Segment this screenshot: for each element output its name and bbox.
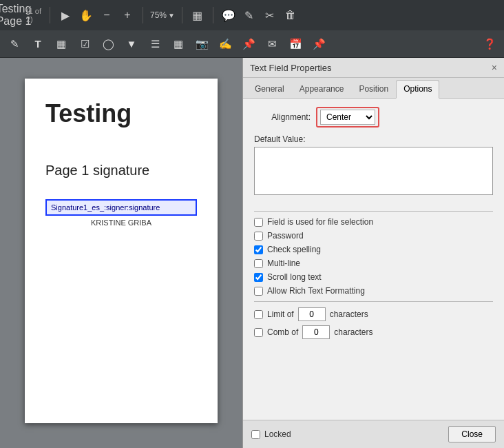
file-selection-checkbox[interactable]: [254, 218, 263, 227]
panel-title: Text Field Properties: [250, 63, 332, 73]
signature-icon[interactable]: ✍: [215, 34, 235, 54]
locked-row-inner: Locked: [251, 429, 291, 439]
alignment-select[interactable]: Left Center Right: [320, 110, 375, 125]
separator-4: [213, 7, 213, 23]
top-toolbar: Testing Page 1 (1 of 2) ▶ ✋ − + 75% ▼ ▦ …: [0, 0, 504, 30]
radio-icon[interactable]: ◯: [98, 34, 118, 54]
limit-of-checkbox[interactable]: [254, 310, 263, 319]
locked-checkbox[interactable]: [251, 430, 260, 439]
zoom-dropdown-icon[interactable]: ▼: [168, 12, 175, 19]
pdf-subtitle: Page 1 signature: [45, 163, 197, 179]
stamp-icon[interactable]: 📌: [238, 34, 259, 54]
rich-text-label: Allow Rich Text Formatting: [267, 286, 365, 296]
alignment-row: Alignment: Left Center Right: [254, 107, 493, 128]
comb-of-checkbox[interactable]: [254, 328, 263, 337]
check-spelling-checkbox[interactable]: [254, 245, 263, 254]
checkbox-check-spelling: Check spelling: [254, 245, 493, 254]
tab-general[interactable]: General: [247, 80, 292, 98]
multi-line-label: Multi-line: [267, 258, 300, 268]
sig-label: KRISTINE GRIBA: [45, 218, 197, 227]
zoom-out-icon[interactable]: −: [98, 7, 115, 23]
checkbox-password: Password: [254, 231, 493, 241]
panel-footer: Locked Close: [243, 420, 504, 448]
comb-of-label: Comb of: [267, 327, 298, 337]
multi-line-checkbox[interactable]: [254, 259, 263, 268]
listbox-icon[interactable]: ☰: [145, 34, 165, 54]
alignment-label: Alignment:: [254, 112, 316, 122]
comb-of-suffix: characters: [334, 327, 372, 337]
separator-1: [50, 7, 50, 23]
check-spelling-label: Check spelling: [267, 245, 321, 254]
annotate-icon[interactable]: ✂: [262, 7, 278, 23]
panel-close-x[interactable]: ×: [492, 62, 497, 73]
pin-icon[interactable]: 📌: [308, 34, 329, 54]
checkbox-multi-line: Multi-line: [254, 258, 493, 268]
default-value-label: Default Value:: [254, 134, 493, 144]
rich-text-checkbox[interactable]: [254, 287, 263, 296]
alignment-box: Left Center Right: [316, 107, 379, 128]
scroll-text-checkbox[interactable]: [254, 273, 263, 282]
divider-2: [254, 301, 493, 302]
pdf-area: Testing Page 1 signature Signature1_es_:…: [0, 58, 242, 448]
properties-panel: Text Field Properties × General Appearan…: [242, 58, 504, 448]
page-label: Testing Page 1: [6, 7, 22, 23]
scroll-text-label: Scroll long text: [267, 272, 322, 282]
zoom-in-icon[interactable]: +: [119, 7, 136, 23]
limit-of-suffix: characters: [330, 309, 368, 319]
limit-of-row: Limit of characters: [254, 307, 493, 321]
second-toolbar: ✎ T ▦ ☑ ◯ ▼ ☰ ▦ 📷 ✍ 📌 ✉ 📅 📌 ❓: [0, 30, 504, 58]
comb-of-row: Comb of characters: [254, 325, 493, 339]
checkbox-icon[interactable]: ☑: [74, 34, 95, 54]
pdf-page: Testing Page 1 signature Signature1_es_:…: [25, 79, 218, 423]
signature-field-container[interactable]: Signature1_es_:signer:signature KRISTINE…: [45, 199, 197, 227]
checkbox-rich-text: Allow Rich Text Formatting: [254, 286, 493, 296]
edit-icon[interactable]: ✎: [241, 7, 258, 23]
create-field-icon[interactable]: ✎: [4, 34, 25, 54]
fit-page-icon[interactable]: ▦: [189, 7, 206, 23]
panel-header: Text Field Properties ×: [243, 58, 504, 78]
separator-3: [182, 7, 182, 23]
text-field-icon[interactable]: T: [28, 34, 48, 54]
default-value-section: Default Value:: [254, 134, 493, 205]
zoom-control[interactable]: 75% ▼: [150, 10, 175, 20]
page-info: (1 of 2): [26, 7, 43, 23]
options-content: Alignment: Left Center Right Default Val…: [243, 99, 504, 352]
pdf-title: Testing: [45, 99, 197, 128]
signature-field[interactable]: Signature1_es_:signer:signature: [45, 199, 197, 216]
barcode-icon[interactable]: ▦: [168, 34, 189, 54]
combo-box-icon[interactable]: ▦: [51, 34, 72, 54]
tab-options[interactable]: Options: [396, 80, 439, 99]
password-checkbox[interactable]: [254, 232, 263, 241]
separator-2: [143, 7, 143, 23]
checkbox-file-selection: Field is used for file selection: [254, 217, 493, 227]
comment-icon[interactable]: 💬: [220, 7, 237, 23]
delete-icon[interactable]: 🗑: [282, 7, 299, 23]
image-icon[interactable]: 📷: [191, 34, 212, 54]
password-label: Password: [267, 231, 304, 241]
tab-appearance[interactable]: Appearance: [292, 80, 352, 98]
email-icon[interactable]: ✉: [262, 34, 282, 54]
tab-position[interactable]: Position: [351, 80, 396, 98]
main-area: Testing Page 1 signature Signature1_es_:…: [0, 58, 504, 448]
help-icon[interactable]: ❓: [479, 34, 500, 54]
locked-label: Locked: [264, 429, 291, 439]
dropdown-icon[interactable]: ▼: [121, 34, 142, 54]
comb-of-input[interactable]: [302, 325, 330, 339]
hand-tool-icon[interactable]: ✋: [78, 7, 94, 23]
default-value-input[interactable]: [254, 147, 493, 195]
divider-1: [254, 211, 493, 212]
limit-of-input[interactable]: [298, 307, 326, 321]
tabs-container: General Appearance Position Options: [243, 78, 504, 99]
file-selection-label: Field is used for file selection: [267, 217, 373, 227]
zoom-level: 75%: [150, 10, 167, 20]
checkbox-scroll-text: Scroll long text: [254, 272, 493, 282]
arrow-tool-icon[interactable]: ▶: [57, 7, 74, 23]
close-button[interactable]: Close: [448, 426, 496, 442]
limit-of-label: Limit of: [267, 309, 294, 319]
date-icon[interactable]: 📅: [285, 34, 306, 54]
